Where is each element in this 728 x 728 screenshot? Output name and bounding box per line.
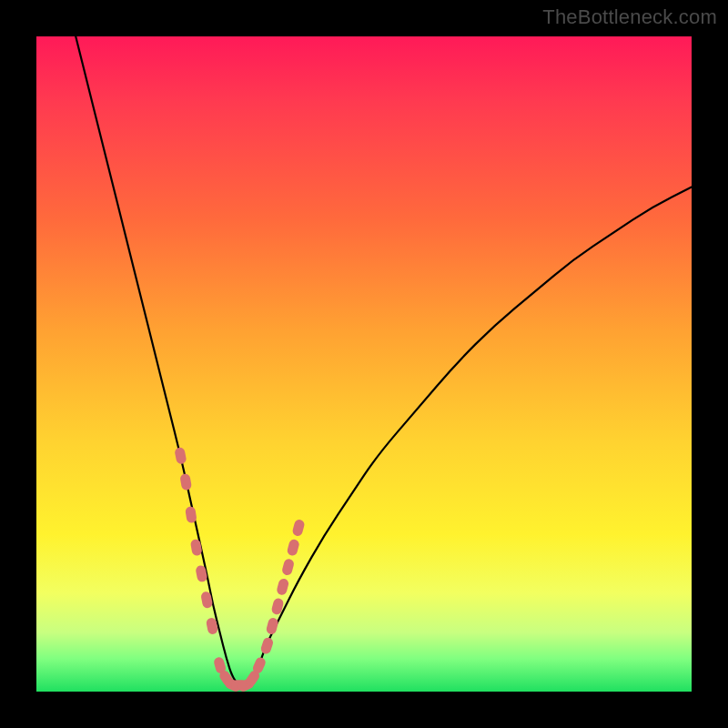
valley-marker (174, 447, 187, 465)
valley-marker (185, 506, 197, 524)
valley-marker (276, 578, 289, 596)
plot-area (36, 36, 692, 692)
valley-marker (281, 558, 295, 576)
chart-frame: TheBottleneck.com (0, 0, 728, 728)
bottleneck-curve (76, 36, 692, 685)
curve-svg (36, 36, 692, 692)
valley-marker (266, 617, 279, 635)
valley-marker (190, 539, 203, 557)
valley-markers (174, 447, 305, 692)
watermark-text: TheBottleneck.com (542, 5, 717, 29)
valley-marker (287, 538, 300, 556)
valley-marker (259, 636, 274, 655)
valley-marker (291, 519, 305, 537)
valley-marker (179, 473, 192, 491)
